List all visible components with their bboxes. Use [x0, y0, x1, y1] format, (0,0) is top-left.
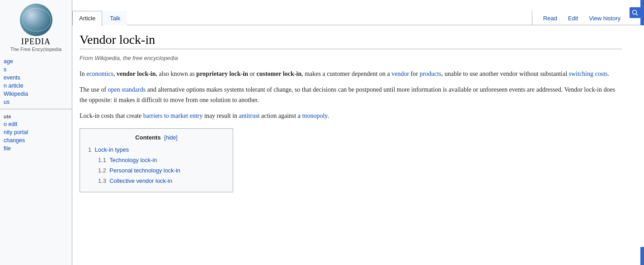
search-icon[interactable]: [630, 7, 640, 18]
right-accent-bar: [640, 0, 644, 265]
right-accent-top: [640, 0, 644, 25]
tab-talk[interactable]: Talk: [103, 11, 127, 25]
tab-edit[interactable]: Edit: [563, 11, 583, 25]
sidebar-item-about[interactable]: Wikipedia: [0, 90, 72, 98]
sidebar-item-contact[interactable]: us: [0, 98, 72, 106]
sidebar-logo-text: IPEDIA: [21, 37, 51, 46]
sidebar-divider-1: [0, 109, 72, 109]
search-svg: [632, 9, 638, 16]
toc-item-1-3: 1.3 Collective vendor lock-in: [98, 176, 225, 186]
tab-view-history[interactable]: View history: [583, 11, 626, 25]
right-accent-spacer: [640, 25, 644, 238]
toc-link-1-1[interactable]: Technology lock-in: [109, 157, 157, 163]
sidebar: IPEDIA The Free Encyclopedia age s event…: [0, 0, 72, 265]
link-vendor[interactable]: vendor: [391, 70, 409, 77]
content-area: Vendor lock-in From Wikipedia, the free …: [72, 25, 644, 265]
toc-number-1-3: 1.3: [98, 177, 106, 184]
sidebar-navigation: age s events n article Wikipedia us ute …: [0, 54, 72, 156]
right-accent-mid: [640, 247, 644, 265]
toc-link-1[interactable]: Lock-in types: [95, 146, 129, 153]
svg-line-1: [636, 14, 638, 15]
from-wikipedia: From Wikipedia, the free encyclopedia: [80, 55, 622, 61]
table-of-contents: Contents [hide] 1 Lock-in types 1.1 Tech…: [80, 128, 233, 192]
sidebar-logo: IPEDIA The Free Encyclopedia: [0, 0, 72, 54]
toc-item-1-1: 1.1 Technology lock-in: [98, 155, 225, 165]
sidebar-tools-section-label: ute: [0, 112, 72, 120]
wikipedia-globe-logo: [20, 4, 52, 36]
toc-item-1-2: 1.2 Personal technology lock-in: [98, 165, 225, 176]
tab-article[interactable]: Article: [72, 11, 102, 25]
sidebar-item-contents[interactable]: s: [0, 65, 72, 74]
toc-hide-button[interactable]: [hide]: [164, 135, 177, 141]
view-tabs: Read Edit View history: [532, 11, 626, 25]
toc-title-text: Contents: [135, 134, 160, 141]
sidebar-item-mainpage[interactable]: age: [0, 57, 72, 65]
link-monopoly[interactable]: monopoly: [302, 112, 328, 119]
toc-number-1-1: 1.1: [98, 157, 106, 163]
sidebar-item-community[interactable]: nity portal: [0, 128, 72, 136]
main-area: Article Talk Read Edit View history Vend…: [72, 0, 644, 265]
sidebar-item-edit[interactable]: o edit: [0, 120, 72, 128]
sidebar-logo-sub: The Free Encyclopedia: [10, 46, 61, 52]
link-economics[interactable]: economics: [86, 70, 113, 77]
link-antitrust[interactable]: antitrust: [239, 112, 260, 119]
toc-item-1: 1 Lock-in types: [88, 144, 225, 155]
toc-title: Contents [hide]: [88, 134, 225, 141]
sidebar-item-changes[interactable]: changes: [0, 136, 72, 144]
sidebar-item-random[interactable]: n article: [0, 82, 72, 90]
toc-number-1-2: 1.2: [98, 167, 106, 174]
article-paragraph-3: Lock-in costs that create barriers to ma…: [80, 111, 622, 121]
link-switching-costs[interactable]: switching costs: [569, 70, 608, 77]
toc-link-1-2[interactable]: Personal technology lock-in: [109, 167, 180, 174]
sidebar-item-file[interactable]: file: [0, 144, 72, 153]
link-open-standards[interactable]: open standards: [108, 86, 146, 93]
article-paragraph-2: The use of open standards and alternativ…: [80, 84, 622, 105]
article-paragraph-1: In economics, vendor lock-in, also known…: [80, 69, 622, 79]
sidebar-item-events[interactable]: events: [0, 74, 72, 82]
article-title: Vendor lock-in: [80, 33, 622, 49]
link-products[interactable]: products: [419, 70, 441, 77]
article-tabs: Article Talk: [72, 10, 528, 25]
toc-link-1-3[interactable]: Collective vendor lock-in: [109, 177, 172, 184]
tab-read[interactable]: Read: [538, 11, 563, 25]
top-bar: Article Talk Read Edit View history: [72, 0, 644, 25]
link-barriers[interactable]: barriers to market entry: [143, 112, 203, 119]
article-body: Vendor lock-in From Wikipedia, the free …: [80, 33, 622, 258]
toc-number-1: 1: [88, 146, 91, 153]
